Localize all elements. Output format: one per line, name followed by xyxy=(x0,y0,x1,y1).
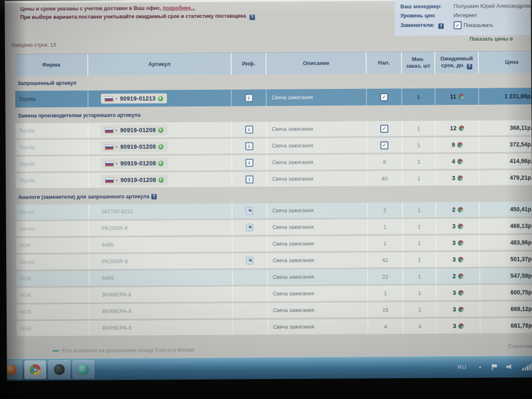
brand-link[interactable]: Denso xyxy=(16,209,34,215)
pie-chart-icon[interactable] xyxy=(458,94,464,99)
info-icon[interactable]: i xyxy=(245,94,253,102)
brand-link[interactable]: Toyota xyxy=(15,144,34,150)
pie-chart-icon[interactable] xyxy=(457,159,463,164)
article-button[interactable]: ▾90919-01208 xyxy=(101,158,167,168)
availability-checkbox[interactable]: ✓ xyxy=(380,125,388,133)
dropdown-caret-icon[interactable]: ▾ xyxy=(116,178,118,182)
taskbar-button-browser[interactable] xyxy=(5,361,22,379)
expected-days-value: 3 xyxy=(453,323,456,329)
article-button[interactable]: ▾90919-01208 xyxy=(101,141,167,152)
language-indicator[interactable]: RU xyxy=(458,364,467,370)
action-center-flag-icon[interactable] xyxy=(492,364,498,370)
article-number: BKR6EPA-8 xyxy=(102,308,132,314)
green-clock-icon[interactable] xyxy=(158,96,163,101)
table-row[interactable]: NGK6485Свеча зажигания113483,96р. xyxy=(16,235,532,253)
found-rows-count: Найдено строк: 13 xyxy=(12,42,56,48)
brand-link[interactable]: Denso xyxy=(16,226,35,232)
info-cell xyxy=(233,320,268,335)
photo-icon[interactable] xyxy=(246,224,254,231)
show-hidden-icons[interactable]: ▲ xyxy=(478,365,482,369)
pie-chart-icon[interactable] xyxy=(458,307,463,312)
pie-chart-icon[interactable] xyxy=(458,207,463,212)
table-row[interactable]: Toyota▾90919-01213iСвеча зажигания✓1111 … xyxy=(15,88,532,108)
help-icon[interactable]: ? xyxy=(438,24,443,29)
taskbar-button-chrome[interactable] xyxy=(25,360,46,379)
price-cell: 547,58р. xyxy=(480,268,532,283)
taskbar-button-app-dark[interactable] xyxy=(49,360,70,379)
info-icon[interactable]: i xyxy=(245,142,253,150)
pie-chart-icon[interactable] xyxy=(458,290,463,296)
table-row[interactable]: Toyota▾90919-01208iСвеча зажигания401347… xyxy=(16,170,532,188)
info-icon[interactable]: i xyxy=(245,126,253,133)
table-row[interactable]: DensoPK20GR-8Свеча зажигания113468,13р. xyxy=(16,218,532,236)
statistics-link[interactable]: Статистика заказов xyxy=(508,343,532,350)
substitutes-toggle[interactable]: ✓ Показывать xyxy=(454,21,493,30)
article-number: 90919-01213 xyxy=(120,95,156,102)
pie-chart-icon[interactable] xyxy=(459,126,464,131)
help-icon[interactable]: ? xyxy=(467,64,472,69)
help-icon[interactable]: ? xyxy=(151,194,157,199)
dropdown-caret-icon[interactable]: ▾ xyxy=(116,145,117,149)
table-row[interactable]: Toyota▾90919-01208iСвеча зажигания814414… xyxy=(16,153,532,172)
green-clock-icon[interactable] xyxy=(158,177,164,182)
table-row[interactable]: Denso067700-8211Свеча зажигания212450,41… xyxy=(16,202,532,220)
taskbar-button-app-teal[interactable] xyxy=(73,360,94,379)
brand-link[interactable]: Toyota xyxy=(15,96,36,102)
section-title: Аналоги (заменители) для запрошенного ар… xyxy=(18,194,149,200)
stock-legend: Есть в наличии на центральном складе Exi… xyxy=(52,347,194,354)
brand-link[interactable]: NGK xyxy=(16,276,31,281)
article-number: 6485 xyxy=(102,242,114,248)
brand-link[interactable]: NGK xyxy=(17,325,32,331)
availability-count: 8 xyxy=(383,159,386,165)
table-row[interactable]: DensoPK20GR-8Свеча зажигания4213501,37р. xyxy=(16,251,532,270)
system-tray: RU ▲ xyxy=(458,356,532,378)
green-clock-icon[interactable] xyxy=(158,160,163,166)
pie-chart-icon[interactable] xyxy=(458,323,464,329)
photo-icon[interactable] xyxy=(246,207,253,214)
info-icon[interactable]: i xyxy=(245,159,253,167)
table-row[interactable]: Toyota▾90919-01208iСвеча зажигания✓19372… xyxy=(15,137,532,155)
green-clock-icon[interactable] xyxy=(158,144,163,149)
brand-link[interactable]: Denso xyxy=(16,259,35,265)
show-prices-link[interactable]: Показать цены в xyxy=(470,36,513,42)
details-link[interactable]: подробнее... xyxy=(163,5,195,11)
pie-chart-icon[interactable] xyxy=(458,257,463,262)
pie-chart-icon[interactable] xyxy=(458,273,463,279)
brand-link[interactable]: NGK xyxy=(16,242,31,248)
brand-link[interactable]: Toyota xyxy=(15,128,34,133)
note-text: Цены и сроки указаны с учетом доставки в… xyxy=(20,5,161,12)
green-clock-icon[interactable] xyxy=(158,127,163,133)
info-icon[interactable]: i xyxy=(245,175,253,183)
availability-checkbox[interactable]: ✓ xyxy=(380,93,388,101)
article-button[interactable]: ▾90919-01208 xyxy=(101,175,167,185)
table-row[interactable]: NGKBKR6EPA-8Свеча зажигания1513669,12р. xyxy=(17,301,532,320)
brand-link[interactable]: Toyota xyxy=(16,161,35,167)
pie-chart-icon[interactable] xyxy=(457,142,463,148)
pie-chart-icon[interactable] xyxy=(458,224,463,229)
table-row[interactable]: Toyota▾90919-01208iСвеча зажигания✓11236… xyxy=(15,120,532,138)
show-substitutes-checkbox[interactable]: ✓ xyxy=(454,21,462,29)
availability-checkbox[interactable]: ✓ xyxy=(380,141,388,149)
dropdown-caret-icon[interactable]: ▾ xyxy=(116,128,117,132)
table-row[interactable]: NGK6485Свеча зажигания2212547,58р. xyxy=(16,268,532,286)
pie-chart-icon[interactable] xyxy=(458,240,463,246)
help-icon[interactable]: ? xyxy=(249,15,255,20)
dropdown-caret-icon[interactable]: ▾ xyxy=(116,162,118,165)
volume-icon[interactable] xyxy=(507,364,513,369)
brand-link[interactable]: Toyota xyxy=(16,177,35,183)
network-icon[interactable] xyxy=(522,363,532,370)
pie-chart-icon[interactable] xyxy=(457,175,463,181)
article-button[interactable]: ▾90919-01213 xyxy=(101,93,167,103)
photo-icon[interactable] xyxy=(246,257,254,264)
brand-link[interactable]: NGK xyxy=(17,309,32,315)
dropdown-caret-icon[interactable]: ▾ xyxy=(116,97,117,101)
article-button[interactable]: ▾90919-01208 xyxy=(101,125,167,135)
description-cell: Свеча зажигания xyxy=(267,203,367,218)
description-text: Свеча зажигания xyxy=(268,307,314,313)
price-cell: 681,78р. xyxy=(480,318,532,333)
brand-link[interactable]: NGK xyxy=(17,292,32,298)
table-row[interactable]: NGKBKR6EPA-8Свеча зажигания113600,75р. xyxy=(16,285,532,303)
table-row[interactable]: NGKBKR6EPA-8Свеча зажигания443681,78р. xyxy=(17,318,532,336)
description-text: Свеча зажигания xyxy=(268,324,314,330)
header-label: Артикул xyxy=(148,61,170,67)
